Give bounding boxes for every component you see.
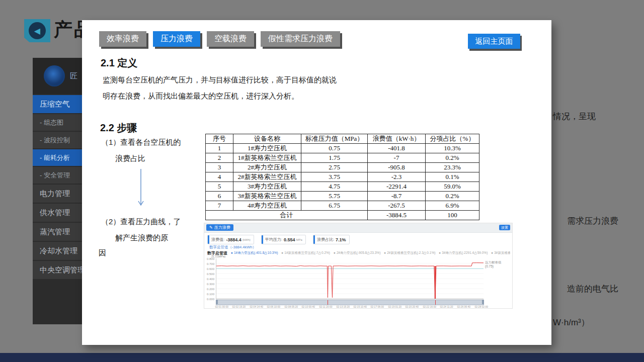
table-header-cell: 序号 bbox=[206, 134, 233, 144]
legend-dot-icon: ● bbox=[384, 251, 386, 254]
tab-item[interactable]: 效率浪费 bbox=[99, 31, 146, 47]
table-row: 53#寿力空压机4.75-2291.459.0% bbox=[206, 182, 479, 192]
table-cell: 1 bbox=[206, 144, 233, 153]
x-tick: 02-19 01:20 bbox=[388, 305, 401, 308]
table-cell: 7 bbox=[206, 201, 233, 211]
sidebar-item[interactable]: - 波段控制 bbox=[33, 132, 82, 148]
table-cell: -7 bbox=[368, 153, 426, 163]
table-row: 11#寿力空压机0.75-401.810.3% bbox=[206, 144, 479, 153]
background-text-fragment: W·h/m³） bbox=[553, 317, 590, 328]
return-home-button[interactable]: 返回主页面 bbox=[468, 34, 520, 49]
x-tick: 02-15 10:40 bbox=[353, 305, 366, 308]
stat-label: 浪费占比: bbox=[317, 237, 334, 242]
x-tick: 02-02 19:20 bbox=[232, 305, 246, 308]
x-tick: 02-17 06:00 bbox=[371, 305, 384, 308]
table-cell: 0.2% bbox=[426, 192, 479, 201]
table-row: 32#寿力空压机2.75-905.823.3% bbox=[206, 163, 479, 172]
background-text-fragment: 造前的电气比 bbox=[567, 283, 618, 295]
y-tick: 0.700 bbox=[204, 261, 214, 266]
stat-label: 浪费值: bbox=[211, 237, 224, 242]
legend-dot-icon: ● bbox=[439, 251, 441, 254]
x-tick: 02-11 20:00 bbox=[319, 305, 332, 308]
table-header-cell: 设备名称 bbox=[233, 134, 301, 144]
tab-active[interactable]: 压力浪费 bbox=[153, 31, 200, 47]
table-cell: 3#寿力空压机 bbox=[233, 182, 301, 192]
pressure-chart bbox=[216, 258, 484, 299]
table-footer-row: 合计-3884.5100 bbox=[206, 211, 479, 220]
y-tick: 0.600 bbox=[204, 266, 214, 272]
step1-line: 浪费占比 bbox=[115, 154, 145, 163]
x-tick: 02-22 16:00 bbox=[423, 305, 436, 308]
datazoom-event-mark bbox=[435, 300, 436, 305]
sidebar-item[interactable]: 供水管理 bbox=[33, 204, 82, 222]
x-tick: 02-04 14:40 bbox=[250, 305, 263, 308]
x-tick: 02-08 05:20 bbox=[284, 305, 297, 308]
y-tick: 0.300 bbox=[204, 282, 214, 287]
tab-item[interactable]: 假性需求压力浪费 bbox=[261, 31, 340, 47]
table-cell: 59.0% bbox=[426, 182, 479, 192]
down-arrow-icon bbox=[137, 169, 144, 208]
datazoom-event-mark bbox=[328, 300, 328, 305]
definition-title: 2.1 定义 bbox=[101, 56, 137, 70]
table-cell: 23.3% bbox=[426, 163, 479, 172]
table-cell: 1#新英格索兰空压机 bbox=[233, 153, 301, 163]
legend-dot-icon: ● bbox=[491, 251, 493, 254]
table-footer-waste: -3884.5 bbox=[368, 211, 426, 220]
y-tick: 0.100 bbox=[204, 292, 214, 297]
table-footer-percent: 100 bbox=[426, 211, 479, 220]
datazoom-slider bbox=[216, 300, 484, 305]
sidebar-item[interactable]: 压缩空气 bbox=[33, 95, 82, 113]
sidebar-item[interactable]: - 能耗分析 bbox=[33, 149, 82, 166]
edit-icon: ✎ bbox=[209, 225, 213, 230]
back-button[interactable]: ◀ bbox=[24, 19, 50, 42]
step1-line: （1）查看各台空压机的 bbox=[101, 138, 181, 147]
legend-dot-icon: ● bbox=[231, 251, 233, 254]
pressure-waste-tag: ✎压力浪费 bbox=[206, 224, 233, 231]
table-cell: 3.75 bbox=[301, 172, 368, 182]
y-tick: 0.200 bbox=[204, 287, 214, 292]
stat-card: 平均压力:0.554MPa bbox=[261, 235, 306, 244]
stat-card: 浪费占比:7.1% bbox=[313, 235, 350, 244]
sidebar-item[interactable]: - 安全管理 bbox=[33, 167, 82, 184]
table-header-cell: 分项占比（%） bbox=[426, 134, 479, 144]
x-tick: 02-20 20:40 bbox=[406, 305, 419, 308]
x-tick: 02-28 02:00 bbox=[474, 305, 488, 308]
sidebar-item[interactable]: 中央空调管理 bbox=[33, 261, 82, 279]
standard-pressure-label: 压力标准值 (0.75) bbox=[485, 260, 502, 268]
chart-legend: 数字总管道●1#寿力空压机(-401.8占10.3%)●1#新英格索兰空压机(-… bbox=[207, 250, 510, 256]
y-axis-ticks: 0.8000.7000.6000.5000.4000.3000.2000.100… bbox=[204, 256, 214, 302]
table-cell: 2#新英格索兰空压机 bbox=[233, 172, 301, 182]
stat-accent-bar bbox=[208, 235, 209, 244]
x-tick: 02-06 10:00 bbox=[267, 305, 280, 308]
definition-line: 监测每台空压机的产气压力，并与目标值进行比较，高于目标值的就说 bbox=[103, 75, 337, 85]
y-tick: 0.000 bbox=[204, 297, 214, 302]
waste-type-tabs: 效率浪费压力浪费空载浪费假性需求压力浪费 bbox=[99, 31, 340, 47]
sidebar-menu: 压缩空气- 组态图- 波段控制- 能耗分析- 安全管理电力管理供水管理蒸汽管理冷… bbox=[33, 95, 82, 279]
table-cell: 0.2% bbox=[426, 153, 479, 163]
table-cell: -2.3 bbox=[368, 172, 426, 182]
stat-value: 0.554 bbox=[284, 237, 295, 242]
tab-item[interactable]: 空载浪费 bbox=[207, 31, 254, 47]
legend-item: ●3#新英格索兰空压机(-8.7占0.2%) bbox=[491, 251, 510, 255]
table-cell: 4.75 bbox=[301, 182, 368, 192]
x-axis-ticks: 02-01 00:0002-02 19:2002-04 14:4002-06 1… bbox=[214, 305, 489, 308]
sidebar-item[interactable]: 冷却水管理 bbox=[33, 242, 82, 260]
sidebar: 匠 压缩空气- 组态图- 波段控制- 能耗分析- 安全管理电力管理供水管理蒸汽管… bbox=[33, 58, 82, 324]
sidebar-item[interactable]: 蒸汽管理 bbox=[33, 223, 82, 241]
table-cell: -401.8 bbox=[368, 144, 426, 153]
legend-dot-icon: ● bbox=[281, 251, 283, 254]
table-header-cell: 浪费值（kW·h） bbox=[368, 134, 426, 144]
y-tick: 0.800 bbox=[204, 256, 214, 261]
sidebar-item[interactable]: - 组态图 bbox=[33, 114, 82, 131]
sidebar-item[interactable]: 电力管理 bbox=[33, 185, 82, 203]
back-icon: ◀ bbox=[29, 22, 46, 39]
pipe-total-link: 数字总管道（-3884.4kWh） bbox=[209, 245, 256, 250]
table-cell: 5.75 bbox=[301, 192, 368, 201]
table-header-cell: 标准压力值（MPa） bbox=[301, 134, 368, 144]
table-cell: 5 bbox=[206, 182, 233, 192]
bottom-status-bar bbox=[0, 353, 644, 362]
screenshot-header bbox=[204, 223, 512, 233]
table-cell: 4#寿力空压机 bbox=[233, 201, 301, 211]
y-tick: 0.400 bbox=[204, 277, 214, 282]
legend-item: ●3#寿力空压机(-2291.4占59.0%) bbox=[439, 251, 488, 255]
